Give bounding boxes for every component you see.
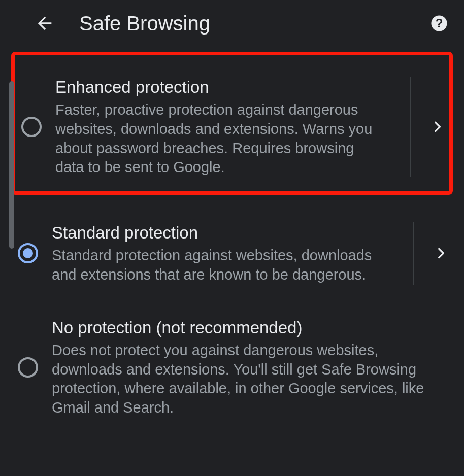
divider <box>410 77 411 177</box>
options-list: Enhanced protection Faster, proactive pr… <box>0 52 464 434</box>
option-standard-protection[interactable]: Standard protection Standard protection … <box>11 206 453 301</box>
option-no-protection[interactable]: No protection (not recommended) Does not… <box>11 301 453 434</box>
option-title: No protection (not recommended) <box>52 317 444 338</box>
help-button[interactable]: ? <box>430 15 448 32</box>
arrow-left-icon <box>35 13 55 33</box>
option-enhanced-protection[interactable]: Enhanced protection Faster, proactive pr… <box>11 52 453 195</box>
chevron-right-icon <box>435 244 448 263</box>
svg-text:?: ? <box>436 16 443 30</box>
scroll-indicator <box>9 81 14 249</box>
option-description: Standard protection against websites, do… <box>52 246 389 284</box>
detail-enhanced[interactable] <box>431 117 444 137</box>
divider <box>413 222 414 285</box>
option-description: Faster, proactive protection against dan… <box>55 100 385 177</box>
back-button[interactable] <box>30 9 59 38</box>
radio-enhanced[interactable] <box>21 116 42 138</box>
option-text: No protection (not recommended) Does not… <box>52 317 448 418</box>
radio-no-protection[interactable] <box>17 357 39 378</box>
option-text: Standard protection Standard protection … <box>52 222 393 285</box>
detail-standard[interactable] <box>435 244 448 263</box>
option-description: Does not protect you against dangerous w… <box>52 341 444 418</box>
page-title: Safe Browsing <box>79 12 410 35</box>
header: Safe Browsing ? <box>0 0 464 52</box>
chevron-right-icon <box>431 117 444 137</box>
option-title: Standard protection <box>52 222 389 243</box>
help-icon: ? <box>430 15 448 32</box>
option-title: Enhanced protection <box>55 77 385 97</box>
radio-standard[interactable] <box>17 243 39 264</box>
option-text: Enhanced protection Faster, proactive pr… <box>55 77 389 177</box>
